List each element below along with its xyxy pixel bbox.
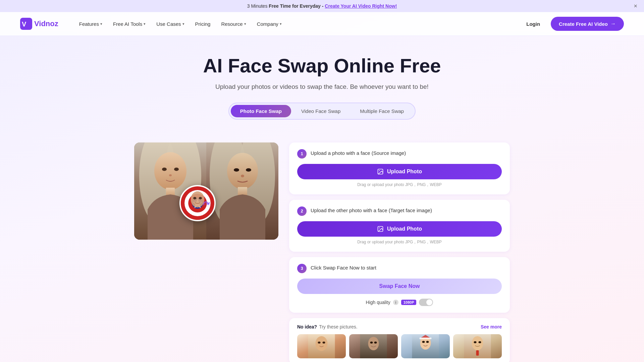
- svg-point-33: [323, 342, 325, 344]
- tab-photo-face-swap[interactable]: Photo Face Swap: [231, 105, 291, 117]
- nav-item-resource[interactable]: Resource ▾: [216, 18, 251, 29]
- top-banner: 3 Minutes Free Time for Everyday - Creat…: [0, 0, 644, 12]
- step-2-card: 2 Upload the other photo with a face (Ta…: [289, 200, 510, 252]
- tab-multiple-face-swap[interactable]: Multiple Face Swap: [351, 105, 413, 117]
- no-idea-label: No idea?: [297, 324, 317, 329]
- svg-point-44: [472, 336, 483, 350]
- svg-point-29: [379, 228, 380, 229]
- logo[interactable]: V Vidnoz: [20, 18, 58, 30]
- right-image-svg: [206, 142, 278, 240]
- svg-point-5: [154, 152, 186, 190]
- svg-point-14: [234, 168, 239, 172]
- chevron-down-icon: ▾: [280, 22, 282, 26]
- no-idea-header: No idea? Try these pictures. See more: [297, 324, 502, 329]
- logo-text: Vidnoz: [34, 19, 58, 28]
- step-1-header: 1 Upload a photo with a face (Source ima…: [297, 149, 502, 159]
- chevron-down-icon: ▾: [182, 22, 184, 26]
- step-1-title: Upload a photo with a face (Source image…: [311, 149, 406, 156]
- quality-info-icon[interactable]: i: [393, 300, 398, 305]
- sample-image-4[interactable]: [453, 334, 502, 358]
- sample-images: [297, 334, 502, 358]
- svg-point-36: [370, 342, 373, 344]
- nav-links: Features ▾ Free AI Tools ▾ Use Cases ▾ P…: [74, 18, 511, 29]
- svg-point-15: [246, 168, 251, 172]
- svg-point-13: [227, 153, 258, 189]
- nav-item-use-cases[interactable]: Use Cases ▾: [152, 18, 189, 29]
- svg-point-46: [479, 341, 481, 343]
- face-swap-preview: ↷: [134, 142, 278, 240]
- svg-point-40: [422, 341, 425, 343]
- preview-right-image: [206, 142, 278, 240]
- chevron-down-icon: ▾: [144, 22, 146, 26]
- svg-point-24: [193, 197, 196, 199]
- arrow-icon: →: [610, 21, 616, 27]
- svg-point-6: [162, 168, 167, 171]
- step-3-number: 3: [297, 264, 307, 273]
- svg-point-32: [318, 342, 321, 344]
- high-quality-toggle[interactable]: [419, 299, 433, 306]
- svg-point-8: [169, 174, 172, 176]
- create-free-ai-video-button[interactable]: Create Free AI Video →: [551, 17, 624, 31]
- upload-hint-1: Drag or upload your photo JPG，PNG，WEBP: [297, 182, 502, 188]
- svg-rect-42: [420, 338, 432, 339]
- banner-bold: Free Time for Everyday -: [269, 3, 325, 9]
- sample-image-1[interactable]: [297, 334, 346, 358]
- no-idea-sub: Try these pictures.: [319, 324, 358, 329]
- upload-hint-2: Drag or upload your photo JPG，PNG，WEBP: [297, 239, 502, 245]
- svg-point-45: [474, 341, 477, 343]
- banner-close-button[interactable]: ×: [634, 3, 637, 10]
- nav-item-features[interactable]: Features ▾: [74, 18, 107, 29]
- tab-video-face-swap[interactable]: Video Face Swap: [292, 105, 350, 117]
- step-3-card: 3 Click Swap Face Now to start Swap Face…: [289, 257, 510, 313]
- svg-point-35: [368, 337, 379, 350]
- svg-point-7: [174, 168, 179, 171]
- upload-photo-2-button[interactable]: Upload Photo: [297, 221, 502, 237]
- login-button[interactable]: Login: [521, 18, 545, 29]
- hero-subtitle: Upload your photos or videos to swap the…: [7, 83, 637, 90]
- face-swap-circle-overlay: [179, 185, 216, 221]
- nav-item-free-ai-tools[interactable]: Free AI Tools ▾: [108, 18, 150, 29]
- banner-text: 3 Minutes Free Time for Everyday - Creat…: [247, 3, 397, 9]
- nav-right: Login Create Free AI Video →: [521, 17, 624, 31]
- svg-point-37: [374, 342, 377, 344]
- no-idea-card: No idea? Try these pictures. See more: [289, 318, 510, 362]
- see-more-link[interactable]: See more: [481, 324, 502, 329]
- step-3-title: Click Swap Face Now to start: [311, 264, 376, 270]
- chevron-down-icon: ▾: [100, 22, 102, 26]
- quality-row: High quality i 1080P: [297, 299, 502, 306]
- upload-icon: [377, 168, 384, 175]
- svg-point-23: [191, 191, 205, 207]
- hero-section: AI Face Swap Online Free Upload your pho…: [0, 36, 644, 142]
- step-1-number: 1: [297, 149, 307, 159]
- no-idea-left: No idea? Try these pictures.: [297, 324, 358, 329]
- svg-point-27: [379, 170, 380, 171]
- toggle-knob: [426, 299, 432, 305]
- step-2-header: 2 Upload the other photo with a face (Ta…: [297, 206, 502, 216]
- svg-rect-47: [476, 350, 479, 356]
- quality-badge: 1080P: [401, 300, 417, 305]
- step-2-title: Upload the other photo with a face (Targ…: [311, 206, 432, 213]
- step-2-number: 2: [297, 206, 307, 216]
- svg-text:V: V: [22, 20, 26, 28]
- logo-icon: V: [20, 18, 32, 30]
- svg-point-31: [316, 336, 328, 351]
- step-1-card: 1 Upload a photo with a face (Source ima…: [289, 142, 510, 194]
- face-swap-tabs: Photo Face Swap Video Face Swap Multiple…: [228, 103, 416, 120]
- navbar: V Vidnoz Features ▾ Free AI Tools ▾ Use …: [0, 12, 644, 36]
- step-3-header: 3 Click Swap Face Now to start: [297, 264, 502, 273]
- nav-item-pricing[interactable]: Pricing: [191, 18, 215, 29]
- page-title: AI Face Swap Online Free: [7, 55, 637, 77]
- sample-image-2[interactable]: [349, 334, 398, 358]
- quality-label: High quality: [366, 300, 390, 305]
- chevron-down-icon: ▾: [244, 22, 246, 26]
- banner-link[interactable]: Create Your AI Video Right Now!: [325, 3, 397, 9]
- svg-point-41: [426, 341, 429, 343]
- main-content: ↷ 1 Upload a photo with a face (Source i…: [121, 142, 523, 362]
- swap-face-now-button[interactable]: Swap Face Now: [297, 279, 502, 294]
- svg-point-25: [199, 197, 202, 199]
- steps-panel: 1 Upload a photo with a face (Source ima…: [289, 142, 510, 362]
- sample-image-3[interactable]: [401, 334, 450, 358]
- upload-photo-1-button[interactable]: Upload Photo: [297, 164, 502, 179]
- tabs-container: Photo Face Swap Video Face Swap Multiple…: [7, 103, 637, 120]
- nav-item-company[interactable]: Company ▾: [252, 18, 286, 29]
